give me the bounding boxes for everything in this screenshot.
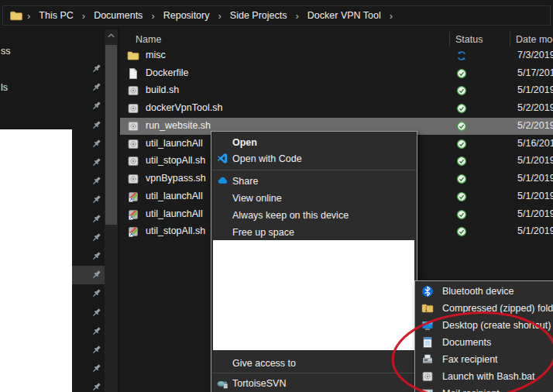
- pin-icon[interactable]: [91, 325, 102, 337]
- column-divider[interactable]: [510, 32, 510, 46]
- file-name: vpnBypass.sh: [146, 173, 206, 184]
- zip-folder-icon: [421, 302, 434, 315]
- file-date: 5/2/2019: [517, 102, 553, 113]
- check-status-icon: [456, 191, 467, 202]
- check-status-icon: [456, 156, 467, 167]
- pin-icon[interactable]: [91, 63, 102, 74]
- check-status-icon: [456, 103, 467, 114]
- menu-item-share[interactable]: Share: [212, 173, 416, 189]
- breadcrumb-documents[interactable]: Documents: [86, 10, 150, 21]
- shell-script-icon: [421, 370, 434, 383]
- file-name: util_launchAll: [146, 208, 203, 219]
- menu-item-open-with-code[interactable]: Open with Code: [212, 150, 416, 167]
- menu-item-always-keep[interactable]: Always keep on this device: [212, 207, 416, 223]
- onedrive-cloud-icon: [217, 175, 228, 187]
- shell-script-icon: [127, 84, 139, 97]
- check-status-icon: [456, 121, 467, 132]
- address-bar[interactable]: › This PC › Documents › Repository › Sid…: [2, 5, 551, 26]
- file-explorer-window: › This PC › Documents › Repository › Sid…: [0, 0, 553, 392]
- shortcut-script-icon: [127, 208, 139, 221]
- pin-icon[interactable]: [91, 175, 102, 187]
- table-row[interactable]: misc 7/3/2019: [120, 47, 553, 64]
- breadcrumb-bar: › This PC › Documents › Repository › Sid…: [0, 0, 553, 28]
- pin-icon[interactable]: [91, 269, 102, 280]
- file-name: util_launchAll: [146, 191, 203, 201]
- sync-status-icon: [456, 50, 467, 61]
- breadcrumb-docker-vpn-tool[interactable]: Docker VPN Tool: [300, 10, 389, 21]
- shell-script-icon: [127, 155, 139, 167]
- pin-icon[interactable]: [91, 81, 102, 93]
- menu-item-open[interactable]: Open: [212, 134, 416, 150]
- scroll-up-icon[interactable]: [108, 33, 115, 38]
- context-menu: Open Open with Code Share View online Al…: [211, 131, 417, 392]
- sidebar-label-fragment: ls: [1, 82, 8, 93]
- breadcrumb-this-pc[interactable]: This PC: [31, 10, 81, 21]
- menu-separator: [212, 373, 416, 373]
- pin-icon[interactable]: [91, 307, 102, 318]
- file-date: 5/1/2019: [517, 173, 553, 184]
- check-status-icon: [456, 226, 467, 237]
- file-date: 5/1/2019: [517, 84, 553, 95]
- column-header-name[interactable]: Name: [136, 34, 161, 45]
- check-status-icon: [456, 139, 467, 150]
- fax-icon: [421, 353, 434, 366]
- file-name: dockerVpnTool.sh: [146, 102, 222, 113]
- sidebar-label-fragment: ss: [1, 46, 11, 57]
- sidebar-scrollbar[interactable]: [105, 29, 118, 392]
- table-row[interactable]: build.sh 5/1/2019: [120, 82, 553, 99]
- menu-item-tortoisesvn[interactable]: TortoiseSVN: [212, 375, 416, 391]
- menu-item-give-access-to[interactable]: Give access to: [212, 355, 416, 371]
- submenu-item-documents[interactable]: Documents: [416, 334, 553, 351]
- file-name: util_launchAll: [146, 138, 203, 149]
- column-header-status[interactable]: Status: [455, 34, 483, 45]
- shell-script-icon: [127, 138, 139, 150]
- file-name: util_stopAll.sh: [146, 155, 205, 166]
- submenu-item-fax-recipient[interactable]: Fax recipient: [416, 351, 553, 368]
- shortcut-script-icon: [127, 225, 139, 238]
- pin-icon[interactable]: [91, 287, 102, 299]
- pin-icon[interactable]: [91, 100, 102, 112]
- submenu-item-desktop-shortcut[interactable]: Desktop (create shortcut): [416, 317, 553, 334]
- column-divider[interactable]: [449, 32, 450, 46]
- menu-separator: [212, 170, 416, 170]
- sidebar-redaction-box: [0, 129, 72, 392]
- breadcrumb-side-projects[interactable]: Side Projects: [222, 10, 295, 21]
- shell-script-icon: [127, 120, 139, 132]
- pin-icon[interactable]: [91, 138, 102, 150]
- pin-icon[interactable]: [91, 363, 102, 374]
- file-date: 5/1/2019: [517, 208, 553, 219]
- scrollbar-thumb[interactable]: [105, 45, 117, 225]
- menu-item-view-online[interactable]: View online: [212, 190, 416, 206]
- column-header-date[interactable]: Date modified: [516, 34, 553, 45]
- breadcrumb: › This PC › Documents › Repository › Sid…: [6, 9, 393, 22]
- send-to-submenu: Bluetooth device Compressed (zipped) fol…: [414, 280, 553, 392]
- file-date: 5/17/2019: [517, 67, 553, 78]
- pin-icon[interactable]: [91, 213, 102, 225]
- vscode-icon: [217, 153, 228, 164]
- file-name: build.sh: [146, 84, 179, 95]
- table-row[interactable]: dockerVpnTool.sh 5/2/2019: [120, 100, 553, 117]
- submenu-item-bluetooth-device[interactable]: Bluetooth device: [416, 283, 553, 300]
- submenu-item-compressed-folder[interactable]: Compressed (zipped) folder: [416, 300, 553, 317]
- pin-icon[interactable]: [91, 194, 102, 205]
- pin-icon[interactable]: [91, 344, 102, 356]
- file-date: 5/2/2019: [517, 120, 553, 131]
- file-date: 5/1/2019: [517, 191, 553, 201]
- shell-script-icon: [127, 102, 139, 115]
- pin-icon[interactable]: [91, 232, 102, 243]
- table-row[interactable]: Dockerfile 5/17/2019: [120, 65, 553, 82]
- shell-script-icon: [127, 173, 139, 185]
- file-date: 5/1/2019: [517, 155, 553, 166]
- file-date: 7/3/2019: [517, 50, 553, 60]
- check-status-icon: [456, 68, 467, 79]
- pin-icon[interactable]: [91, 381, 102, 392]
- pin-icon[interactable]: [91, 156, 102, 168]
- menu-item-free-up-space[interactable]: Free up space: [212, 224, 416, 240]
- submenu-item-mail-recipient[interactable]: Mail recipient: [416, 385, 553, 392]
- pin-icon[interactable]: [91, 119, 102, 131]
- pin-icon[interactable]: [91, 250, 102, 262]
- breadcrumb-repository[interactable]: Repository: [156, 10, 218, 21]
- check-status-icon: [456, 85, 467, 96]
- submenu-item-launch-with-bash[interactable]: Launch with Bash.bat: [416, 368, 553, 385]
- file-name: util_stopAll.sh: [146, 225, 205, 236]
